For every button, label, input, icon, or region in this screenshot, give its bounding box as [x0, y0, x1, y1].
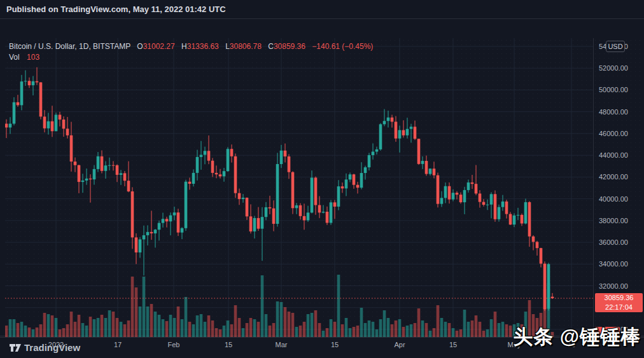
time-axis-label: 15 — [331, 341, 339, 348]
ohlc-high: H31336.63 — [181, 42, 219, 51]
symbol-legend-row: Bitcoin / U.S. Dollar, 1D, BITSTAMP O310… — [9, 41, 373, 52]
price-axis-label: 44000.00 — [599, 151, 628, 159]
time-axis-label: Apr — [394, 341, 405, 348]
last-price-badge: 30859.36 22:17:04 — [595, 293, 643, 312]
last-price-value: 30859.36 — [595, 293, 643, 303]
change-value: −140.61 (−0.45%) — [312, 42, 373, 51]
volume-value: 103 — [27, 53, 39, 62]
volume-bars — [5, 275, 554, 337]
time-axis-label: Feb — [168, 341, 180, 348]
bar-countdown: 22:17:04 — [595, 303, 643, 312]
gridlines — [5, 38, 593, 337]
price-axis-label: 40000.00 — [599, 195, 628, 203]
watermark: 头条 @锤锤棒 — [513, 324, 641, 350]
chart-legend: Bitcoin / U.S. Dollar, 1D, BITSTAMP O310… — [9, 41, 373, 63]
candles — [5, 67, 554, 311]
price-axis-label: 42000.00 — [599, 173, 628, 181]
volume-legend-row: Vol 103 — [9, 52, 373, 63]
candlestick-chart[interactable] — [5, 38, 593, 337]
price-axis-label: 38000.00 — [599, 217, 628, 224]
price-axis-label: 50000.00 — [599, 86, 628, 93]
volume-label: Vol — [9, 53, 20, 62]
price-axis-label: 32000.00 — [599, 282, 628, 290]
symbol-title: Bitcoin / U.S. Dollar, 1D, BITSTAMP — [9, 42, 130, 51]
price-axis-label: 36000.00 — [599, 238, 628, 246]
time-axis-label: Mar — [276, 341, 288, 348]
published-info: Published on TradingView.com, May 11, 20… — [0, 0, 644, 18]
ohlc-close: C30859.36 — [268, 42, 305, 51]
time-axis-label: 17 — [114, 341, 122, 348]
chart-widget: USD 30859.36 22:17:04 103 54000.0052000.… — [0, 18, 644, 336]
time-axis-label: 15 — [225, 341, 232, 348]
price-axis-label: 52000.00 — [599, 64, 628, 72]
price-axis-label: 46000.00 — [599, 130, 628, 137]
time-axis-label: 2022 — [48, 341, 64, 348]
ohlc-low: L30806.78 — [225, 42, 262, 51]
time-axis-label: 15 — [449, 341, 457, 348]
price-axis-label: 34000.00 — [599, 260, 628, 268]
currency-button[interactable]: USD — [606, 41, 625, 52]
ohlc-open: O31002.27 — [137, 42, 174, 51]
price-axis[interactable]: USD 30859.36 22:17:04 103 54000.0052000.… — [593, 38, 644, 337]
price-axis-label: 48000.00 — [599, 108, 628, 116]
